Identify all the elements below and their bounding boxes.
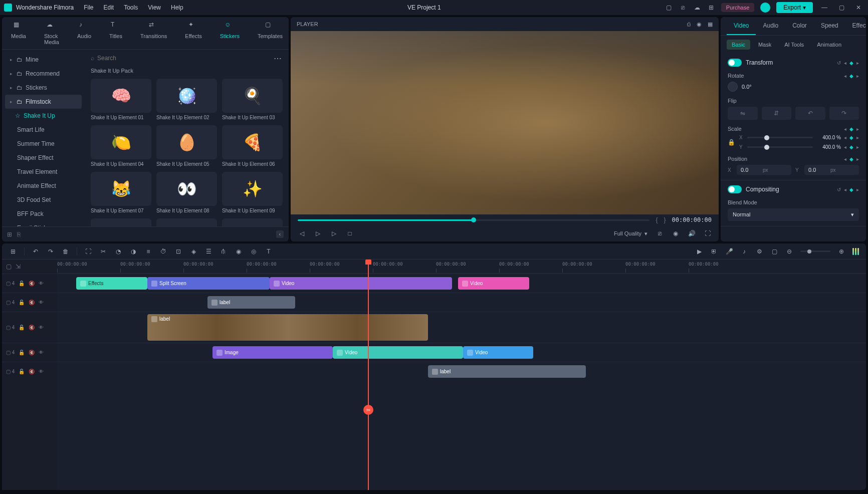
fullscreen-icon[interactable]: ⛶ [704,229,712,237]
folder-open-icon[interactable]: ⎘ [17,231,21,238]
playhead[interactable]: ✂ [368,260,369,490]
sticker-card[interactable]: 👀Shake It Up Element 08 [156,172,217,213]
track-header[interactable]: ▢ 4🔓🔇👁 [2,274,57,293]
hide-icon[interactable]: 👁 [39,350,44,355]
color-tool-icon[interactable]: ◑ [129,248,137,256]
lock-icon[interactable]: 🔓 [19,281,25,286]
rotate-knob[interactable] [728,82,738,92]
search-input[interactable] [97,55,172,62]
preview-toggle-icon[interactable]: ◉ [697,21,702,28]
menu-view[interactable]: View [148,4,161,11]
resolution-icon[interactable]: ▦ [708,21,713,28]
inspector-tab-effects[interactable]: Effects [845,17,866,35]
more-menu-icon[interactable]: ⋯ [274,54,283,63]
clip-split-screen[interactable]: Split Screen [147,277,270,290]
sidebar-sub-shaper-effect[interactable]: Shaper Effect [5,151,82,165]
monitor-icon[interactable]: ⎚ [679,4,687,12]
asset-tab-audio[interactable]: ♪Audio [77,21,91,49]
sticker-card[interactable]: ✨Shake It Up Element 09 [222,172,283,213]
sticker-card[interactable]: 🍩Shake It Up Element 11 [156,218,217,226]
inspector-subtab-basic[interactable]: Basic [727,40,750,50]
clip-video[interactable]: Video [270,277,452,290]
sidebar-sub-bff-pack[interactable]: BFF Pack [5,207,82,221]
mute-icon[interactable]: 🔇 [29,325,35,330]
sidebar-item-recommend[interactable]: ▸🗀Recommend [5,67,82,81]
transform-toggle[interactable] [728,59,742,67]
search-box[interactable]: ⌕ [91,53,270,64]
fit-icon[interactable]: ▢ [770,248,778,256]
asset-tab-effects[interactable]: ✦Effects [185,21,201,49]
delete-button[interactable]: 🗑 [62,248,70,256]
audio-tool-icon[interactable]: ≡ [144,248,152,256]
settings-icon[interactable]: ⚙ [755,248,763,256]
adjust-icon[interactable]: ☰ [204,248,212,256]
timeline-track[interactable]: EffectsSplit ScreenVideoVideo [57,274,866,293]
asset-tab-stock-media[interactable]: ☁Stock Media [44,21,59,49]
reset-icon[interactable]: ↺ [837,60,841,66]
keyframe-icon[interactable]: ◆ [849,60,853,66]
sidebar-sub-emoji-stickers[interactable]: Emoji Stickers [5,221,82,226]
menu-help[interactable]: Help [171,4,183,11]
inspector-subtab-mask[interactable]: Mask [753,40,776,50]
position-y-field[interactable]: px [804,165,859,175]
asset-tab-media[interactable]: ▦Media [11,21,26,49]
position-y-input[interactable] [808,167,828,173]
mic-icon[interactable]: 🎤 [725,248,733,256]
display-icon[interactable]: ⎚ [656,229,664,237]
sticker-card[interactable]: 🎸Shake It Up Element 12 [222,218,283,226]
sticker-card[interactable]: 🪩Shake It Up Element 02 [156,79,217,120]
sticker-card[interactable]: 😹Shake It Up Element 07 [91,172,151,213]
quality-select[interactable]: Full Quality ▾ [614,230,647,237]
sidebar-item-stickers[interactable]: ▸🗀Stickers [5,81,82,95]
sidebar-item-filmstock[interactable]: ▸🗀Filmstock [5,95,82,109]
scale-x-slider[interactable] [747,137,813,138]
progress-handle[interactable] [471,217,476,222]
asset-tab-templates[interactable]: ▢Templates [258,21,283,49]
track-header[interactable]: ▢ 4🔓🔇👁 [2,312,57,343]
layout-tool-icon[interactable]: ⊞ [9,248,17,256]
clip-video[interactable]: Video [458,277,529,290]
minimize-button[interactable]: — [821,4,828,11]
sidebar-sub-travel-element[interactable]: Travel Element [5,165,82,179]
play-button[interactable]: ▷ [330,229,338,237]
maximize-button[interactable]: ▢ [838,4,845,11]
inspector-tab-audio[interactable]: Audio [756,17,785,35]
sidebar-item-mine[interactable]: ▸🗀Mine [5,53,82,67]
close-button[interactable]: ✕ [855,4,862,11]
inspector-tab-video[interactable]: Video [727,17,756,35]
play-backward-button[interactable]: ▷ [314,229,322,237]
timeline-track[interactable]: label [57,293,866,312]
sticker-card[interactable]: 🍕Shake It Up Element 06 [222,125,283,167]
cloud-icon[interactable]: ☁ [693,4,701,12]
track-link-icon[interactable]: ⇲ [16,263,21,270]
shield-icon[interactable]: ⛨ [710,248,718,256]
sidebar-sub-shake-it-up[interactable]: ☆Shake It Up [5,109,82,123]
keyframe-tool-icon[interactable]: ⫛ [220,248,228,256]
track-header[interactable]: ▢ 4🔓🔇👁 [2,293,57,312]
clip-video[interactable]: Video [333,346,463,359]
inspector-tab-speed[interactable]: Speed [814,17,845,35]
lock-icon[interactable]: 🔓 [19,369,25,374]
purchase-button[interactable]: Purchase [721,3,754,12]
scale-x-value[interactable]: 400.0 % [816,135,841,140]
player-viewport[interactable] [291,31,719,214]
timeline-ruler[interactable]: 00:00:00:0000:00:00:0000:00:00:0000:00:0… [57,260,866,274]
menu-file[interactable]: File [84,4,93,11]
hide-icon[interactable]: 👁 [39,281,44,286]
scale-y-value[interactable]: 400.0 % [816,144,841,150]
crop-tool-icon[interactable]: ⛶ [84,248,92,256]
mute-icon[interactable]: 🔇 [29,350,35,355]
undo-button[interactable]: ↶ [32,248,40,256]
timeline-track[interactable]: ImageVideoVideo [57,343,866,362]
export-button[interactable]: Export▾ [776,2,813,13]
timer-icon[interactable]: ⏱ [159,248,167,256]
mixer-icon[interactable]: ♪ [740,248,748,256]
clip-image[interactable]: Image [212,346,333,359]
sticker-card[interactable]: 🪽Shake It Up Element 10 [91,218,151,226]
timeline-track[interactable]: label [57,312,866,343]
sidebar-sub-3d-food-set[interactable]: 3D Food Set [5,193,82,207]
clip-video[interactable]: Video [463,346,533,359]
next-kf[interactable]: ▸ [856,73,859,79]
sidebar-sub-animate-effect[interactable]: Animate Effect [5,179,82,193]
zoom-slider[interactable] [800,251,830,252]
